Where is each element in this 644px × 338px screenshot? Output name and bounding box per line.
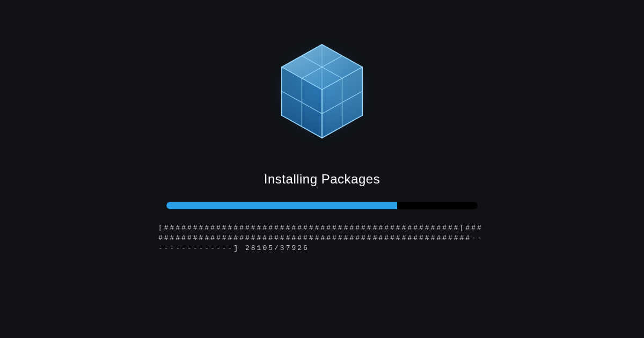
ascii-progress: [#######################################… — [158, 223, 486, 254]
progress-bar — [166, 202, 478, 209]
status-title: Installing Packages — [264, 172, 380, 187]
progress-fill — [166, 202, 397, 209]
cube-logo — [263, 32, 381, 150]
cube-icon — [276, 40, 368, 142]
